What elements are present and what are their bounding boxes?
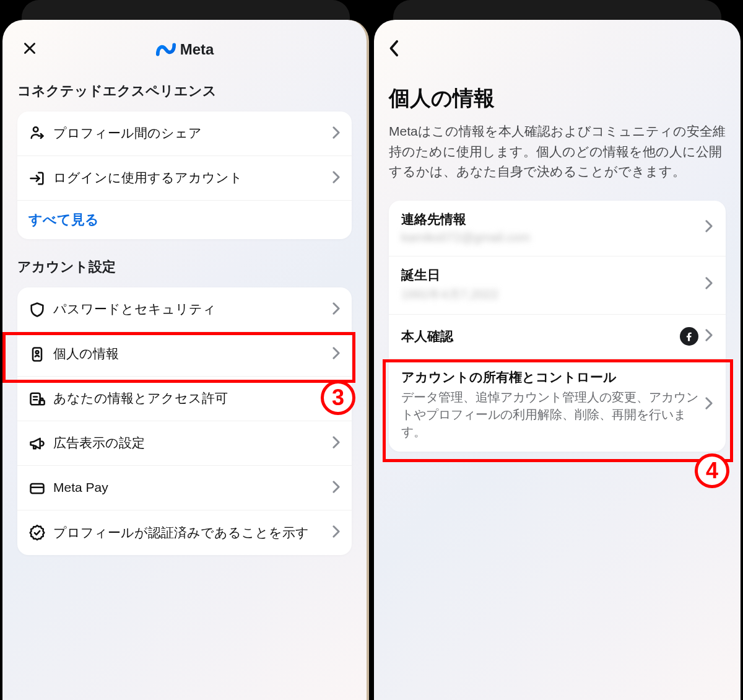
row-label: パスワードとセキュリティ (53, 300, 332, 318)
svg-point-4 (36, 351, 39, 354)
row-meta-pay[interactable]: Meta Pay (17, 466, 352, 510)
chevron-right-icon (332, 302, 341, 318)
row-label: あなたの情報とアクセス許可 (53, 390, 332, 407)
share-profile-icon (28, 125, 53, 142)
meta-logo-icon (155, 42, 176, 57)
row-contact-info[interactable]: 連絡先情報 kamiko072@gmail.com (389, 201, 726, 256)
row-label: Meta Pay (53, 479, 332, 496)
page-description: Metaはこの情報を本人確認およびコミュニティの安全維持のために使用します。個人… (389, 121, 726, 182)
svg-point-2 (33, 127, 38, 131)
card-account-settings: パスワードとセキュリティ 個人の情報 (17, 287, 352, 555)
row-see-all[interactable]: すべて見る (17, 201, 352, 239)
meta-brand: Meta (155, 41, 214, 58)
chevron-right-icon (332, 346, 341, 362)
row-label: 連絡先情報 (401, 211, 700, 228)
section-title-account: アカウント設定 (17, 258, 352, 276)
row-login-account[interactable]: ログインに使用するアカウント (17, 156, 352, 201)
row-verified[interactable]: プロフィールが認証済みであることを示す (17, 510, 352, 555)
section-title-connected: コネクテッドエクスペリエンス (17, 82, 352, 100)
row-value-blurred: 1991年4月7,2022 (401, 286, 700, 303)
card-icon (28, 479, 53, 497)
close-icon (22, 40, 38, 59)
row-label: プロフィール間のシェア (53, 125, 332, 142)
row-birthday[interactable]: 誕生日 1991年4月7,2022 (389, 256, 726, 315)
chevron-right-icon (332, 126, 341, 142)
shield-icon (28, 301, 53, 318)
chevron-left-icon (389, 40, 400, 59)
row-label: アカウントの所有権とコントロール (401, 369, 700, 386)
header (389, 37, 726, 62)
chevron-right-icon (332, 480, 341, 496)
meta-brand-text: Meta (180, 41, 214, 58)
sheet: 個人の情報 Metaはこの情報を本人確認およびコミュニティの安全維持のために使用… (374, 20, 741, 700)
facebook-icon (680, 327, 698, 346)
chevron-right-icon (705, 328, 713, 344)
annotation-badge-4: 4 (695, 453, 729, 488)
row-password-security[interactable]: パスワードとセキュリティ (17, 287, 352, 332)
chevron-right-icon (332, 170, 341, 186)
chevron-right-icon (705, 276, 713, 292)
chevron-right-icon (705, 219, 713, 235)
see-all-label: すべて見る (28, 211, 99, 229)
chevron-right-icon (332, 525, 341, 541)
row-value-blurred: kamiko072@gmail.com (401, 230, 700, 245)
chevron-right-icon (705, 396, 713, 413)
page-title: 個人の情報 (389, 84, 726, 113)
row-identity-verify[interactable]: 本人確認 (389, 315, 726, 359)
row-label: ログインに使用するアカウント (53, 169, 332, 186)
row-description: データ管理、追悼アカウント管理人の変更、アカウントやプロフィールの利用解除、削除… (401, 388, 700, 440)
card-connected: プロフィール間のシェア ログインに使用するアカウント すべて (17, 112, 352, 239)
megaphone-icon (28, 435, 53, 452)
verified-icon (28, 524, 53, 541)
row-label: 誕生日 (401, 266, 700, 284)
sheet: Meta コネクテッドエクスペリエンス プロフィール間のシェア (2, 20, 369, 700)
chevron-right-icon (332, 435, 341, 452)
row-ownership-control[interactable]: アカウントの所有権とコントロール データ管理、追悼アカウント管理人の変更、アカウ… (389, 359, 726, 452)
close-button[interactable] (17, 37, 42, 62)
card-personal-info: 連絡先情報 kamiko072@gmail.com 誕生日 1991年4月7,2… (389, 201, 726, 452)
back-button[interactable] (389, 37, 420, 62)
row-ad-prefs[interactable]: 広告表示の設定 (17, 421, 352, 466)
row-label: 個人の情報 (53, 345, 332, 362)
row-personal-info[interactable]: 個人の情報 (17, 332, 352, 377)
row-label: 本人確認 (401, 328, 675, 345)
svg-rect-8 (40, 400, 45, 405)
row-label: 広告表示の設定 (53, 434, 332, 452)
row-label: プロフィールが認証済みであることを示す (53, 524, 332, 541)
chevron-right-icon (332, 391, 341, 407)
id-card-icon (28, 346, 53, 363)
header: Meta (17, 37, 352, 62)
row-profile-share[interactable]: プロフィール間のシェア (17, 112, 352, 156)
login-account-icon (28, 170, 53, 187)
svg-rect-9 (31, 484, 44, 493)
access-icon (28, 390, 53, 408)
row-info-access[interactable]: あなたの情報とアクセス許可 (17, 377, 352, 421)
